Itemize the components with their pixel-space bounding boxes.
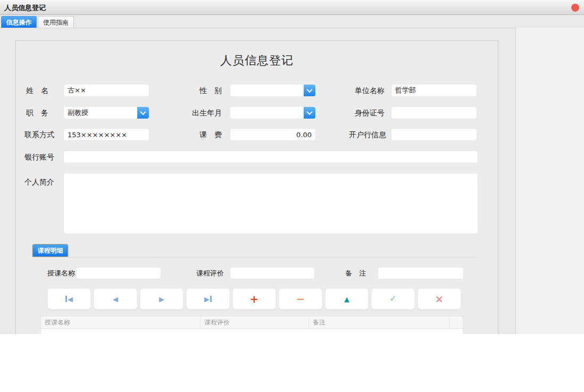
grid-column-indicator [449, 316, 463, 328]
bank-account-label: 银行账号 [24, 151, 54, 163]
course-eval-label: 课程评价 [196, 268, 224, 279]
bank-info-label: 开户行信息 [349, 129, 386, 140]
first-record-icon: ◀ [68, 296, 73, 303]
prior-record-button[interactable]: ◀ [94, 288, 137, 310]
birthdate-dropdown-button[interactable] [304, 107, 315, 119]
title-bar: 人员信息登记 [0, 0, 584, 15]
contact-input[interactable] [64, 129, 149, 140]
bank-account-input[interactable] [64, 151, 478, 163]
post-edit-button[interactable]: ✓ [371, 288, 415, 310]
birthdate-label: 出生年月 [192, 107, 222, 119]
insert-record-button[interactable]: + [232, 288, 276, 310]
fee-label: 课 费 [199, 129, 222, 140]
close-button[interactable] [571, 4, 579, 12]
app-window: 人员信息登记 信息操作 使用指南 人员信息登记 姓 名 性 别 单位名称 职 务… [0, 0, 584, 334]
next-record-icon: ▶ [159, 296, 164, 303]
gender-selected-value [230, 85, 304, 96]
last-record-button[interactable]: ▶ [186, 288, 230, 310]
position-label: 职 务 [26, 107, 48, 119]
first-record-icon [65, 296, 67, 302]
gender-label: 性 别 [199, 85, 222, 96]
profile-label: 个人简介 [24, 176, 54, 188]
gender-dropdown-button[interactable] [304, 85, 315, 96]
unit-label: 单位名称 [355, 85, 385, 96]
last-record-icon [210, 296, 212, 302]
registration-form-panel: 人员信息登记 姓 名 性 别 单位名称 职 务 副教授 出生年月 身份证号 联系… [15, 40, 498, 334]
prior-record-icon: ◀ [113, 296, 118, 303]
check-icon: ✓ [389, 295, 396, 303]
form-title: 人员信息登记 [16, 53, 498, 69]
course-grid-header: 授课名称 课程评价 备注 [40, 316, 463, 329]
tab-user-guide[interactable]: 使用指南 [38, 16, 74, 28]
profile-textarea[interactable] [64, 173, 478, 233]
course-name-label: 授课名称 [47, 268, 75, 279]
grid-column-remark: 备注 [309, 316, 449, 328]
id-number-label: 身份证号 [355, 107, 385, 119]
chevron-down-icon [306, 87, 312, 93]
course-section-divider [32, 257, 477, 257]
minus-icon: − [296, 294, 305, 304]
edit-record-button[interactable]: ▲ [325, 288, 369, 310]
chevron-down-icon [306, 109, 312, 115]
position-selected-value: 副教授 [64, 107, 137, 119]
course-eval-input[interactable] [230, 268, 314, 279]
contact-label: 联系方式 [24, 129, 54, 140]
gender-combobox[interactable] [230, 85, 315, 96]
remark-label: 备 注 [345, 268, 366, 279]
name-label: 姓 名 [26, 85, 48, 96]
grid-column-course-eval: 课程评价 [201, 316, 309, 328]
last-record-icon: ▶ [204, 296, 210, 303]
unit-input[interactable] [391, 85, 477, 96]
cross-icon: × [435, 294, 444, 304]
grid-column-course-name: 授课名称 [41, 316, 201, 328]
position-combobox[interactable]: 副教授 [64, 107, 149, 119]
remark-input[interactable] [378, 268, 463, 279]
tab-course-detail[interactable]: 课程明细 [32, 244, 68, 257]
course-name-input[interactable] [77, 268, 161, 279]
id-number-input[interactable] [391, 107, 477, 119]
bank-info-input[interactable] [391, 129, 477, 140]
cancel-edit-button[interactable]: × [418, 288, 461, 310]
right-background-strip [515, 28, 584, 334]
position-dropdown-button[interactable] [137, 107, 149, 119]
tab-info-operations[interactable]: 信息操作 [1, 16, 37, 28]
grid-empty-row[interactable] [40, 329, 463, 334]
birthdate-combobox[interactable] [230, 107, 315, 119]
birthdate-selected-value [230, 107, 304, 119]
window-title: 人员信息登记 [4, 3, 46, 13]
plus-icon: + [250, 294, 259, 304]
delete-record-button[interactable]: − [279, 288, 322, 310]
edit-triangle-icon: ▲ [344, 296, 349, 303]
name-input[interactable] [64, 85, 149, 96]
first-record-button[interactable]: ◀ [47, 288, 91, 310]
fee-input[interactable] [230, 129, 315, 140]
chevron-down-icon [140, 109, 146, 115]
next-record-button[interactable]: ▶ [140, 288, 183, 310]
